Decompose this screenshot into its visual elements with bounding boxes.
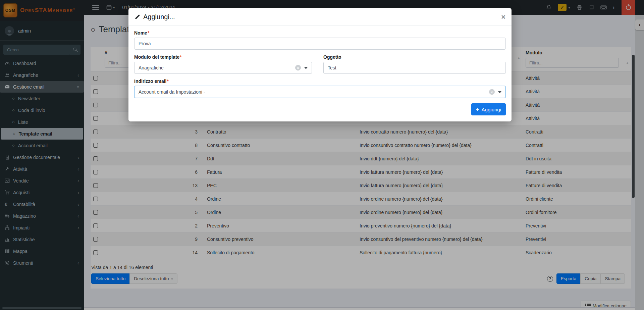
modal-title: Aggiungi...: [135, 13, 175, 21]
clear-icon[interactable]: ×: [295, 65, 301, 71]
oggetto-input[interactable]: [323, 62, 506, 74]
field-email: Indirizzo email* Account email da Impost…: [134, 79, 506, 98]
field-modulo: Modulo del template* Anagrafiche ×: [134, 54, 312, 74]
pencil-icon: [135, 14, 140, 20]
clear-icon[interactable]: ×: [489, 89, 495, 95]
chevron-down-icon: [498, 91, 501, 93]
submit-add-button[interactable]: + Aggiungi: [471, 103, 506, 115]
field-oggetto: Oggetto: [323, 54, 506, 74]
close-icon[interactable]: ×: [501, 13, 505, 21]
plus-icon: +: [476, 107, 479, 112]
field-nome: Nome*: [134, 30, 506, 50]
add-template-modal: Aggiungi... × Nome* Modulo del template*…: [128, 8, 512, 121]
modulo-select[interactable]: Anagrafiche ×: [134, 62, 312, 74]
email-select[interactable]: Account email da Impostazioni - ×: [134, 86, 506, 98]
chevron-down-icon: [304, 67, 308, 69]
nome-input[interactable]: [134, 38, 506, 50]
